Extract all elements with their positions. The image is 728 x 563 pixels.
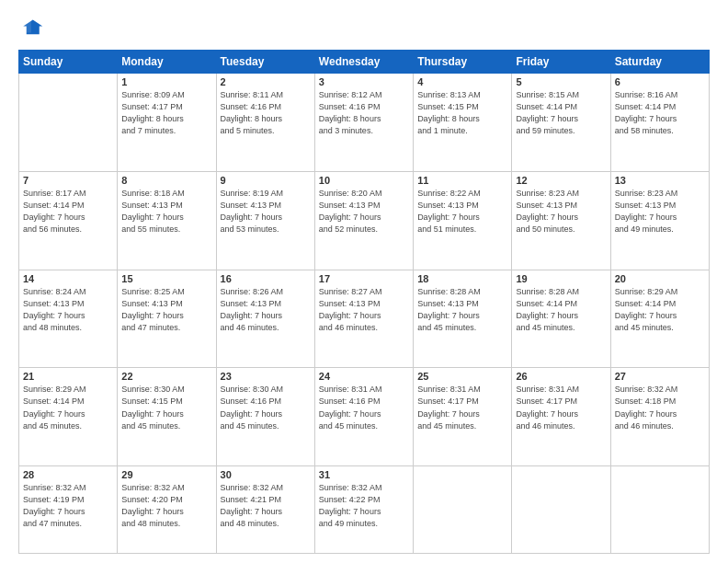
calendar-cell bbox=[610, 466, 709, 554]
calendar-cell bbox=[19, 74, 118, 172]
weekday-header-friday: Friday bbox=[512, 51, 610, 74]
day-info: Sunrise: 8:32 AM Sunset: 4:20 PM Dayligh… bbox=[121, 482, 211, 530]
day-number: 22 bbox=[121, 371, 211, 382]
calendar-cell: 10Sunrise: 8:20 AM Sunset: 4:13 PM Dayli… bbox=[314, 171, 413, 270]
weekday-header-wednesday: Wednesday bbox=[314, 51, 413, 74]
calendar-cell: 20Sunrise: 8:29 AM Sunset: 4:14 PM Dayli… bbox=[610, 270, 709, 368]
calendar-cell: 24Sunrise: 8:31 AM Sunset: 4:16 PM Dayli… bbox=[314, 368, 413, 466]
day-number: 4 bbox=[417, 76, 507, 87]
day-info: Sunrise: 8:18 AM Sunset: 4:13 PM Dayligh… bbox=[121, 188, 211, 236]
day-info: Sunrise: 8:24 AM Sunset: 4:13 PM Dayligh… bbox=[23, 286, 113, 334]
page: SundayMondayTuesdayWednesdayThursdayFrid… bbox=[0, 0, 728, 563]
day-info: Sunrise: 8:31 AM Sunset: 4:17 PM Dayligh… bbox=[417, 384, 507, 431]
calendar-cell: 23Sunrise: 8:30 AM Sunset: 4:16 PM Dayli… bbox=[216, 368, 314, 466]
day-number: 27 bbox=[615, 371, 705, 382]
day-info: Sunrise: 8:29 AM Sunset: 4:14 PM Dayligh… bbox=[23, 384, 113, 431]
calendar-cell: 15Sunrise: 8:25 AM Sunset: 4:13 PM Dayli… bbox=[118, 270, 216, 368]
calendar-cell: 28Sunrise: 8:32 AM Sunset: 4:19 PM Dayli… bbox=[19, 466, 118, 554]
calendar-cell: 6Sunrise: 8:16 AM Sunset: 4:14 PM Daylig… bbox=[610, 74, 709, 172]
day-number: 17 bbox=[319, 273, 409, 284]
weekday-header-sunday: Sunday bbox=[19, 51, 118, 74]
calendar-cell: 4Sunrise: 8:13 AM Sunset: 4:15 PM Daylig… bbox=[414, 74, 512, 172]
day-number: 30 bbox=[221, 469, 311, 480]
weekday-header-monday: Monday bbox=[118, 51, 216, 74]
day-number: 21 bbox=[23, 371, 113, 382]
header bbox=[18, 17, 710, 42]
calendar-cell bbox=[414, 466, 512, 554]
calendar-week-row: 28Sunrise: 8:32 AM Sunset: 4:19 PM Dayli… bbox=[19, 466, 710, 554]
day-number: 10 bbox=[319, 175, 409, 186]
day-info: Sunrise: 8:25 AM Sunset: 4:13 PM Dayligh… bbox=[121, 286, 211, 334]
day-info: Sunrise: 8:16 AM Sunset: 4:14 PM Dayligh… bbox=[615, 89, 705, 137]
day-number: 15 bbox=[121, 273, 211, 284]
logo-icon bbox=[18, 17, 44, 42]
day-number: 1 bbox=[121, 76, 211, 87]
day-number: 26 bbox=[516, 371, 606, 382]
calendar-cell bbox=[512, 466, 610, 554]
calendar-cell: 1Sunrise: 8:09 AM Sunset: 4:17 PM Daylig… bbox=[118, 74, 216, 172]
calendar-cell: 12Sunrise: 8:23 AM Sunset: 4:13 PM Dayli… bbox=[512, 171, 610, 270]
calendar-week-row: 1Sunrise: 8:09 AM Sunset: 4:17 PM Daylig… bbox=[19, 74, 710, 172]
day-info: Sunrise: 8:32 AM Sunset: 4:21 PM Dayligh… bbox=[221, 482, 311, 530]
day-info: Sunrise: 8:13 AM Sunset: 4:15 PM Dayligh… bbox=[417, 89, 507, 137]
calendar-week-row: 7Sunrise: 8:17 AM Sunset: 4:14 PM Daylig… bbox=[19, 171, 710, 270]
calendar-cell: 8Sunrise: 8:18 AM Sunset: 4:13 PM Daylig… bbox=[118, 171, 216, 270]
day-number: 24 bbox=[319, 371, 409, 382]
day-info: Sunrise: 8:23 AM Sunset: 4:13 PM Dayligh… bbox=[615, 188, 705, 236]
day-info: Sunrise: 8:32 AM Sunset: 4:19 PM Dayligh… bbox=[23, 482, 113, 530]
day-number: 9 bbox=[221, 175, 311, 186]
day-info: Sunrise: 8:30 AM Sunset: 4:15 PM Dayligh… bbox=[121, 384, 211, 431]
calendar-cell: 18Sunrise: 8:28 AM Sunset: 4:13 PM Dayli… bbox=[414, 270, 512, 368]
weekday-header-saturday: Saturday bbox=[610, 51, 709, 74]
day-info: Sunrise: 8:32 AM Sunset: 4:18 PM Dayligh… bbox=[615, 384, 705, 431]
calendar-cell: 26Sunrise: 8:31 AM Sunset: 4:17 PM Dayli… bbox=[512, 368, 610, 466]
calendar-cell: 16Sunrise: 8:26 AM Sunset: 4:13 PM Dayli… bbox=[216, 270, 314, 368]
day-number: 18 bbox=[417, 273, 507, 284]
calendar-cell: 22Sunrise: 8:30 AM Sunset: 4:15 PM Dayli… bbox=[118, 368, 216, 466]
calendar-cell: 9Sunrise: 8:19 AM Sunset: 4:13 PM Daylig… bbox=[216, 171, 314, 270]
day-info: Sunrise: 8:19 AM Sunset: 4:13 PM Dayligh… bbox=[221, 188, 311, 236]
day-info: Sunrise: 8:20 AM Sunset: 4:13 PM Dayligh… bbox=[319, 188, 409, 236]
day-info: Sunrise: 8:17 AM Sunset: 4:14 PM Dayligh… bbox=[23, 188, 113, 236]
day-number: 31 bbox=[319, 469, 409, 480]
logo bbox=[18, 17, 48, 42]
weekday-header-tuesday: Tuesday bbox=[216, 51, 314, 74]
day-number: 28 bbox=[23, 469, 113, 480]
day-info: Sunrise: 8:26 AM Sunset: 4:13 PM Dayligh… bbox=[221, 286, 311, 334]
day-number: 23 bbox=[221, 371, 311, 382]
calendar-cell: 30Sunrise: 8:32 AM Sunset: 4:21 PM Dayli… bbox=[216, 466, 314, 554]
calendar-cell: 27Sunrise: 8:32 AM Sunset: 4:18 PM Dayli… bbox=[610, 368, 709, 466]
day-number: 14 bbox=[23, 273, 113, 284]
day-info: Sunrise: 8:32 AM Sunset: 4:22 PM Dayligh… bbox=[319, 482, 409, 530]
day-info: Sunrise: 8:11 AM Sunset: 4:16 PM Dayligh… bbox=[221, 89, 311, 137]
calendar-cell: 14Sunrise: 8:24 AM Sunset: 4:13 PM Dayli… bbox=[19, 270, 118, 368]
calendar-cell: 29Sunrise: 8:32 AM Sunset: 4:20 PM Dayli… bbox=[118, 466, 216, 554]
weekday-header-thursday: Thursday bbox=[414, 51, 512, 74]
day-info: Sunrise: 8:28 AM Sunset: 4:14 PM Dayligh… bbox=[516, 286, 606, 334]
day-info: Sunrise: 8:15 AM Sunset: 4:14 PM Dayligh… bbox=[516, 89, 606, 137]
day-number: 12 bbox=[516, 175, 606, 186]
day-info: Sunrise: 8:28 AM Sunset: 4:13 PM Dayligh… bbox=[417, 286, 507, 334]
day-number: 11 bbox=[417, 175, 507, 186]
day-number: 25 bbox=[417, 371, 507, 382]
day-info: Sunrise: 8:27 AM Sunset: 4:13 PM Dayligh… bbox=[319, 286, 409, 334]
day-number: 3 bbox=[319, 76, 409, 87]
day-number: 5 bbox=[516, 76, 606, 87]
calendar-table: SundayMondayTuesdayWednesdayThursdayFrid… bbox=[18, 50, 710, 554]
day-info: Sunrise: 8:22 AM Sunset: 4:13 PM Dayligh… bbox=[417, 188, 507, 236]
day-info: Sunrise: 8:31 AM Sunset: 4:16 PM Dayligh… bbox=[319, 384, 409, 431]
day-info: Sunrise: 8:31 AM Sunset: 4:17 PM Dayligh… bbox=[516, 384, 606, 431]
calendar-week-row: 21Sunrise: 8:29 AM Sunset: 4:14 PM Dayli… bbox=[19, 368, 710, 466]
calendar-cell: 19Sunrise: 8:28 AM Sunset: 4:14 PM Dayli… bbox=[512, 270, 610, 368]
day-number: 20 bbox=[615, 273, 705, 284]
day-info: Sunrise: 8:30 AM Sunset: 4:16 PM Dayligh… bbox=[221, 384, 311, 431]
calendar-cell: 11Sunrise: 8:22 AM Sunset: 4:13 PM Dayli… bbox=[414, 171, 512, 270]
day-number: 13 bbox=[615, 175, 705, 186]
calendar-cell: 2Sunrise: 8:11 AM Sunset: 4:16 PM Daylig… bbox=[216, 74, 314, 172]
calendar-cell: 3Sunrise: 8:12 AM Sunset: 4:16 PM Daylig… bbox=[314, 74, 413, 172]
calendar-cell: 13Sunrise: 8:23 AM Sunset: 4:13 PM Dayli… bbox=[610, 171, 709, 270]
calendar-cell: 17Sunrise: 8:27 AM Sunset: 4:13 PM Dayli… bbox=[314, 270, 413, 368]
calendar-cell: 7Sunrise: 8:17 AM Sunset: 4:14 PM Daylig… bbox=[19, 171, 118, 270]
day-number: 6 bbox=[615, 76, 705, 87]
day-number: 16 bbox=[221, 273, 311, 284]
